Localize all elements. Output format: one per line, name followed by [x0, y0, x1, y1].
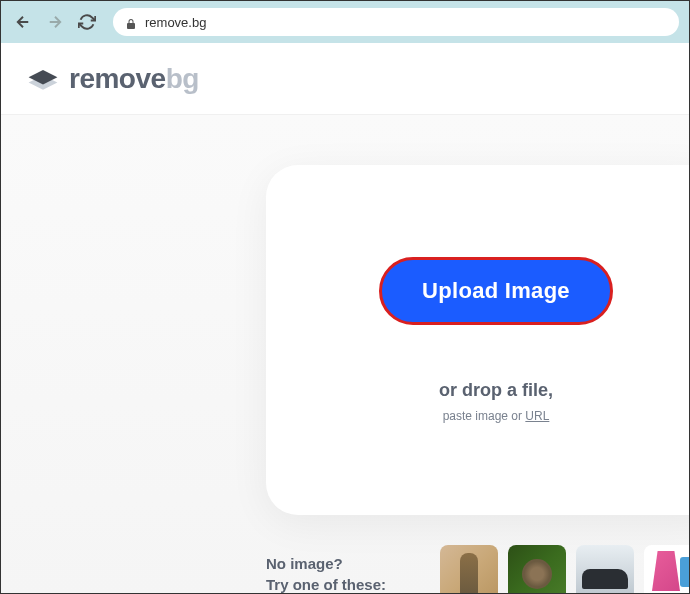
example-thumb-car[interactable] — [576, 545, 634, 594]
upload-card[interactable]: Upload Image or drop a file, paste image… — [266, 165, 690, 515]
lock-icon — [125, 16, 137, 28]
try-text: No image? Try one of these: — [266, 553, 426, 594]
reload-button[interactable] — [75, 10, 99, 34]
paste-text: paste image or URL — [443, 409, 550, 423]
url-text: remove.bg — [145, 15, 206, 30]
logo[interactable]: removebg — [25, 61, 199, 97]
example-thumbnails — [440, 545, 690, 594]
example-thumb-animal[interactable] — [508, 545, 566, 594]
example-thumb-person[interactable] — [440, 545, 498, 594]
main-content: Upload Image or drop a file, paste image… — [1, 115, 689, 594]
logo-main: remove — [69, 63, 166, 94]
site-header: removebg — [1, 43, 689, 115]
upload-image-button[interactable]: Upload Image — [379, 257, 613, 325]
forward-button[interactable] — [43, 10, 67, 34]
paste-prefix: paste image or — [443, 409, 526, 423]
paste-url-link[interactable]: URL — [525, 409, 549, 423]
try-examples-section: No image? Try one of these: — [266, 545, 690, 594]
example-thumb-product[interactable] — [644, 545, 690, 594]
logo-text: removebg — [69, 63, 199, 95]
address-bar[interactable]: remove.bg — [113, 8, 679, 36]
back-button[interactable] — [11, 10, 35, 34]
logo-icon — [25, 61, 61, 97]
drop-file-text: or drop a file, — [439, 380, 553, 401]
browser-toolbar: remove.bg — [1, 1, 689, 43]
logo-sub: bg — [166, 63, 199, 94]
try-line1: No image? — [266, 553, 426, 574]
try-line2: Try one of these: — [266, 574, 426, 594]
